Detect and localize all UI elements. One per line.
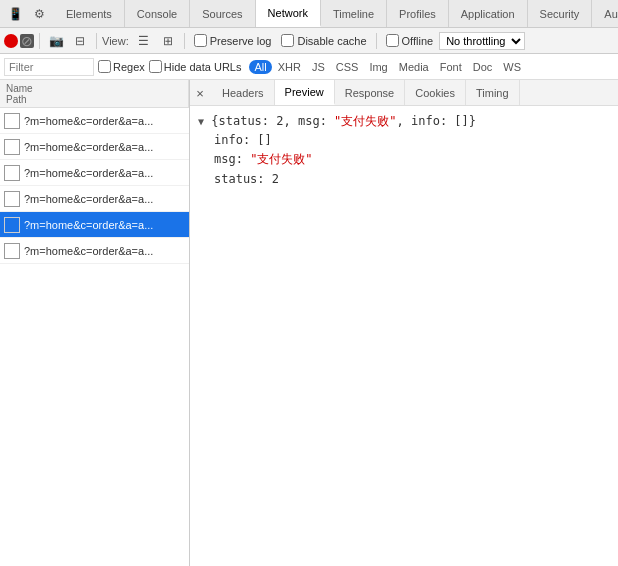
list-item[interactable]: ?m=home&c=order&a=a... [0, 160, 189, 186]
toolbar-sep-4 [376, 33, 377, 49]
view-list-icon[interactable]: ☰ [133, 30, 155, 52]
request-name: ?m=home&c=order&a=a... [24, 193, 185, 205]
list-item[interactable]: ?m=home&c=order&a=a... [0, 238, 189, 264]
tab-cookies[interactable]: Cookies [405, 80, 466, 105]
request-list-header: Name Path [0, 80, 189, 108]
request-list: Name Path ?m=home&c=order&a=a... ?m=home… [0, 80, 190, 566]
main-content: Name Path ?m=home&c=order&a=a... ?m=home… [0, 80, 618, 566]
stop-button[interactable]: ⊘ [20, 34, 34, 48]
view-large-icon[interactable]: ⊞ [157, 30, 179, 52]
request-icon [4, 243, 20, 259]
json-line-1: ▼ {status: 2, msg: "支付失败", info: []} [198, 112, 610, 131]
top-tabs-bar: 📱 ⚙ Elements Console Sources Network Tim… [0, 0, 618, 28]
detail-panel: × Headers Preview Response Cookies Timin… [190, 80, 618, 566]
hide-data-urls-checkbox[interactable]: Hide data URLs [149, 60, 242, 73]
detail-tabs-bar: × Headers Preview Response Cookies Timin… [190, 80, 618, 106]
tab-headers[interactable]: Headers [212, 80, 275, 105]
filter-icon[interactable]: ⊟ [69, 30, 91, 52]
preserve-log-checkbox[interactable]: Preserve log [194, 34, 272, 47]
filter-css[interactable]: CSS [331, 60, 364, 74]
filter-font[interactable]: Font [435, 60, 467, 74]
camera-icon[interactable]: 📷 [45, 30, 67, 52]
close-detail-button[interactable]: × [190, 80, 210, 106]
toolbar-sep-3 [184, 33, 185, 49]
json-msg-line: msg: "支付失败" [198, 150, 610, 169]
filter-xhr[interactable]: XHR [273, 60, 306, 74]
filter-img[interactable]: Img [364, 60, 392, 74]
request-name: ?m=home&c=order&a=a... [24, 219, 185, 231]
list-item[interactable]: ?m=home&c=order&a=a... [0, 108, 189, 134]
json-info-line: info: [] [198, 131, 610, 150]
tab-security[interactable]: Security [528, 0, 593, 27]
list-item[interactable]: ?m=home&c=order&a=a... [0, 186, 189, 212]
filter-all[interactable]: All [249, 60, 271, 74]
request-name: ?m=home&c=order&a=a... [24, 115, 185, 127]
offline-checkbox[interactable]: Offline [386, 34, 434, 47]
tab-elements[interactable]: Elements [54, 0, 125, 27]
list-item[interactable]: ?m=home&c=order&a=a... [0, 212, 189, 238]
request-name: ?m=home&c=order&a=a... [24, 245, 185, 257]
network-toolbar: ⊘ 📷 ⊟ View: ☰ ⊞ Preserve log Disable cac… [0, 28, 618, 54]
tab-network[interactable]: Network [256, 0, 321, 27]
tab-profiles[interactable]: Profiles [387, 0, 449, 27]
preview-content: ▼ {status: 2, msg: "支付失败", info: []} inf… [190, 106, 618, 566]
name-column-header: Name Path [0, 80, 189, 107]
request-icon [4, 113, 20, 129]
tab-sources[interactable]: Sources [190, 0, 255, 27]
collapse-triangle[interactable]: ▼ [198, 116, 204, 127]
request-icon [4, 139, 20, 155]
tab-timeline[interactable]: Timeline [321, 0, 387, 27]
devtools-mobile-icon[interactable]: 📱 [4, 3, 26, 25]
filter-doc[interactable]: Doc [468, 60, 498, 74]
throttle-select[interactable]: No throttling [439, 32, 525, 50]
request-name: ?m=home&c=order&a=a... [24, 167, 185, 179]
request-name: ?m=home&c=order&a=a... [24, 141, 185, 153]
request-icon [4, 191, 20, 207]
tab-application[interactable]: Application [449, 0, 528, 27]
json-status-line: status: 2 [198, 170, 610, 189]
filter-js[interactable]: JS [307, 60, 330, 74]
tab-preview[interactable]: Preview [275, 80, 335, 105]
disable-cache-checkbox[interactable]: Disable cache [281, 34, 366, 47]
record-button[interactable] [4, 34, 18, 48]
regex-checkbox[interactable]: Regex [98, 60, 145, 73]
devtools-icons: 📱 ⚙ [0, 0, 54, 27]
filter-input[interactable] [4, 58, 94, 76]
filter-type-buttons: All XHR JS CSS Img Media Font Doc WS [249, 60, 526, 74]
filter-media[interactable]: Media [394, 60, 434, 74]
toolbar-sep-1 [39, 33, 40, 49]
devtools-settings-icon[interactable]: ⚙ [28, 3, 50, 25]
view-label: View: [102, 35, 129, 47]
request-icon [4, 217, 20, 233]
tab-audits[interactable]: Audits [592, 0, 618, 27]
tab-response[interactable]: Response [335, 80, 406, 105]
filter-ws[interactable]: WS [498, 60, 526, 74]
filter-bar: Regex Hide data URLs All XHR JS CSS Img … [0, 54, 618, 80]
toolbar-sep-2 [96, 33, 97, 49]
request-icon [4, 165, 20, 181]
tab-timing[interactable]: Timing [466, 80, 520, 105]
list-item[interactable]: ?m=home&c=order&a=a... [0, 134, 189, 160]
tab-console[interactable]: Console [125, 0, 190, 27]
